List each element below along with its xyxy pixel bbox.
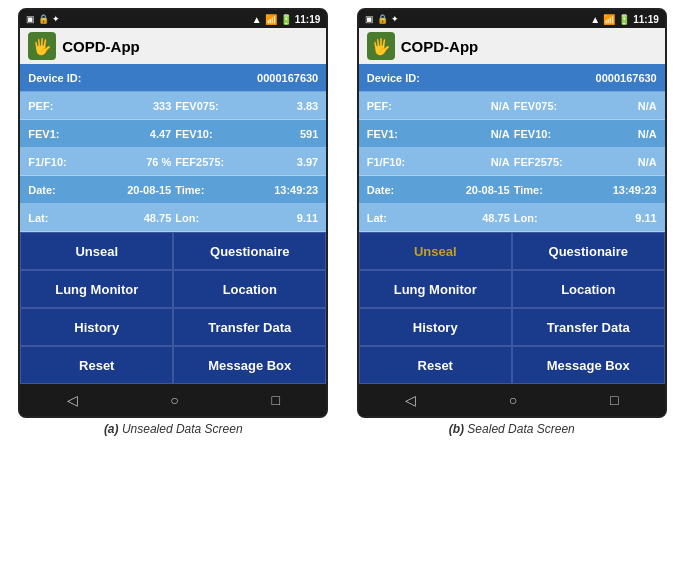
lock-icon: 🔒 bbox=[377, 14, 388, 24]
nav-bar: ◁○□ bbox=[359, 384, 665, 416]
btn-questionaire[interactable]: Questionaire bbox=[512, 232, 665, 270]
signal-icon: 📶 bbox=[265, 14, 277, 25]
pair-value-3-0: 20-08-15 bbox=[83, 184, 171, 196]
status-bar: ▣ 🔒 ✦ ▲ 📶 🔋 11:19 bbox=[20, 10, 326, 28]
battery-icon: 🔋 bbox=[618, 14, 630, 25]
pair-value-1-1: N/A bbox=[569, 128, 657, 140]
pair-label-4-1: Lon: bbox=[175, 212, 230, 224]
pair-value-3-1: 13:49:23 bbox=[569, 184, 657, 196]
btn-message-box[interactable]: Message Box bbox=[173, 346, 326, 384]
app-header: 🖐 COPD-App bbox=[359, 28, 665, 64]
device-id-label: Device ID: bbox=[28, 72, 81, 84]
caption-1: (b) Sealed Data Screen bbox=[449, 422, 575, 436]
buttons-section: UnsealQuestionaireLung MonitorLocationHi… bbox=[20, 232, 326, 384]
btn-location[interactable]: Location bbox=[512, 270, 665, 308]
data-row-0: PEF: 333 FEV075: 3.83 bbox=[20, 92, 326, 120]
btn-transfer-data[interactable]: Transfer Data bbox=[173, 308, 326, 346]
time-display: 11:19 bbox=[633, 14, 659, 25]
btn-reset[interactable]: Reset bbox=[20, 346, 173, 384]
btn-unseal[interactable]: Unseal bbox=[20, 232, 173, 270]
btn-lung-monitor[interactable]: Lung Monitor bbox=[359, 270, 512, 308]
pair-label-1-0: FEV1: bbox=[367, 128, 422, 140]
bt-icon: ✦ bbox=[52, 14, 60, 24]
data-row-4: Lat: 48.75 Lon: 9.11 bbox=[20, 204, 326, 232]
buttons-section: UnsealQuestionaireLung MonitorLocationHi… bbox=[359, 232, 665, 384]
data-pair-4-0: Lat: 48.75 bbox=[28, 212, 171, 224]
data-pair-1-0: FEV1: 4.47 bbox=[28, 128, 171, 140]
data-section: Device ID: 0000167630 PEF: 333 FEV075: 3… bbox=[20, 64, 326, 232]
pair-value-0-0: N/A bbox=[422, 100, 510, 112]
data-pair-2-1: FEF2575: N/A bbox=[514, 156, 657, 168]
pair-value-0-1: N/A bbox=[569, 100, 657, 112]
wifi-icon: ▲ bbox=[590, 14, 600, 25]
btn-questionaire[interactable]: Questionaire bbox=[173, 232, 326, 270]
pair-value-2-1: 3.97 bbox=[230, 156, 318, 168]
data-section: Device ID: 0000167630 PEF: N/A FEV075: N… bbox=[359, 64, 665, 232]
btn-unseal[interactable]: Unseal bbox=[359, 232, 512, 270]
pair-label-3-1: Time: bbox=[175, 184, 230, 196]
data-pair-3-1: Time: 13:49:23 bbox=[175, 184, 318, 196]
app-title: COPD-App bbox=[62, 38, 140, 55]
data-pair-2-1: FEF2575: 3.97 bbox=[175, 156, 318, 168]
app-title: COPD-App bbox=[401, 38, 479, 55]
pair-label-4-0: Lat: bbox=[28, 212, 83, 224]
pair-value-3-0: 20-08-15 bbox=[422, 184, 510, 196]
pair-label-0-1: FEV075: bbox=[175, 100, 230, 112]
sim-icon: ▣ bbox=[26, 14, 35, 24]
nav-btn-0[interactable]: ◁ bbox=[67, 392, 78, 408]
status-bar-left: ▣ 🔒 ✦ bbox=[365, 14, 399, 24]
status-bar-right: ▲ 📶 🔋 11:19 bbox=[590, 14, 658, 25]
data-pair-3-1: Time: 13:49:23 bbox=[514, 184, 657, 196]
data-row-3: Date: 20-08-15 Time: 13:49:23 bbox=[20, 176, 326, 204]
sim-icon: ▣ bbox=[365, 14, 374, 24]
btn-lung-monitor[interactable]: Lung Monitor bbox=[20, 270, 173, 308]
device-id-value: 0000167630 bbox=[257, 72, 318, 84]
pair-label-2-1: FEF2575: bbox=[514, 156, 569, 168]
pair-value-1-0: 4.47 bbox=[83, 128, 171, 140]
data-row-2: F1/F10: 76 % FEF2575: 3.97 bbox=[20, 148, 326, 176]
pair-value-4-1: 9.11 bbox=[230, 212, 318, 224]
nav-btn-2[interactable]: □ bbox=[271, 392, 279, 408]
data-pair-2-0: F1/F10: 76 % bbox=[28, 156, 171, 168]
nav-btn-2[interactable]: □ bbox=[610, 392, 618, 408]
phone-0: ▣ 🔒 ✦ ▲ 📶 🔋 11:19 🖐 COPD-App Device ID: … bbox=[18, 8, 328, 418]
nav-bar: ◁○□ bbox=[20, 384, 326, 416]
btn-location[interactable]: Location bbox=[173, 270, 326, 308]
data-pair-0-0: PEF: N/A bbox=[367, 100, 510, 112]
battery-icon: 🔋 bbox=[280, 14, 292, 25]
btn-reset[interactable]: Reset bbox=[359, 346, 512, 384]
data-pair-0-1: FEV075: N/A bbox=[514, 100, 657, 112]
data-pair-1-1: FEV10: N/A bbox=[514, 128, 657, 140]
nav-btn-1[interactable]: ○ bbox=[170, 392, 178, 408]
btn-transfer-data[interactable]: Transfer Data bbox=[512, 308, 665, 346]
pair-label-0-0: PEF: bbox=[367, 100, 422, 112]
phone-wrapper-0: ▣ 🔒 ✦ ▲ 📶 🔋 11:19 🖐 COPD-App Device ID: … bbox=[8, 8, 339, 436]
device-id-row: Device ID: 0000167630 bbox=[359, 64, 665, 92]
data-pair-0-0: PEF: 333 bbox=[28, 100, 171, 112]
pair-label-3-1: Time: bbox=[514, 184, 569, 196]
data-row-0: PEF: N/A FEV075: N/A bbox=[359, 92, 665, 120]
data-row-4: Lat: 48.75 Lon: 9.11 bbox=[359, 204, 665, 232]
pair-value-0-1: 3.83 bbox=[230, 100, 318, 112]
pair-value-4-0: 48.75 bbox=[83, 212, 171, 224]
pair-label-1-0: FEV1: bbox=[28, 128, 83, 140]
app-icon: 🖐 bbox=[367, 32, 395, 60]
pair-value-2-0: N/A bbox=[422, 156, 510, 168]
nav-btn-1[interactable]: ○ bbox=[509, 392, 517, 408]
data-row-1: FEV1: N/A FEV10: N/A bbox=[359, 120, 665, 148]
btn-history[interactable]: History bbox=[20, 308, 173, 346]
data-pair-0-1: FEV075: 3.83 bbox=[175, 100, 318, 112]
data-pair-3-0: Date: 20-08-15 bbox=[28, 184, 171, 196]
data-pair-1-0: FEV1: N/A bbox=[367, 128, 510, 140]
pair-label-4-0: Lat: bbox=[367, 212, 422, 224]
btn-history[interactable]: History bbox=[359, 308, 512, 346]
phone-wrapper-1: ▣ 🔒 ✦ ▲ 📶 🔋 11:19 🖐 COPD-App Device ID: … bbox=[347, 8, 678, 436]
btn-message-box[interactable]: Message Box bbox=[512, 346, 665, 384]
data-row-1: FEV1: 4.47 FEV10: 591 bbox=[20, 120, 326, 148]
pair-label-2-0: F1/F10: bbox=[367, 156, 422, 168]
nav-btn-0[interactable]: ◁ bbox=[405, 392, 416, 408]
data-row-3: Date: 20-08-15 Time: 13:49:23 bbox=[359, 176, 665, 204]
pair-value-1-0: N/A bbox=[422, 128, 510, 140]
pair-value-2-1: N/A bbox=[569, 156, 657, 168]
app-icon: 🖐 bbox=[28, 32, 56, 60]
